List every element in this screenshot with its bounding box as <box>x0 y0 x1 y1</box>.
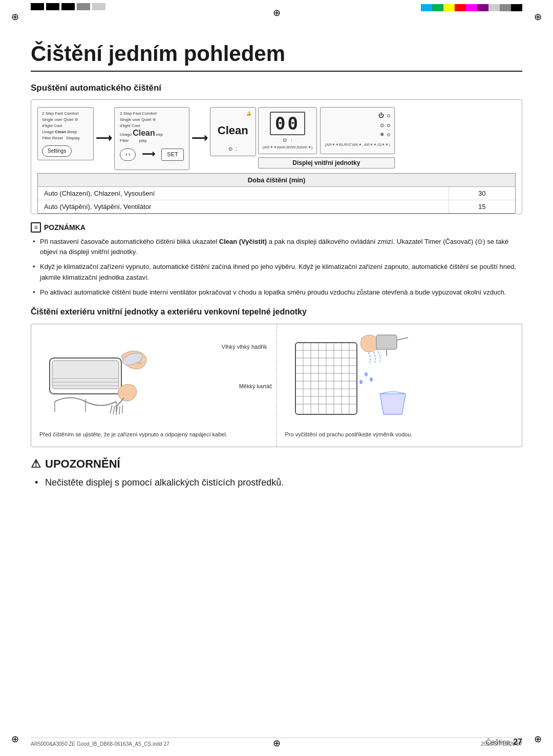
reg-mark-top-center: ⊕ <box>273 7 281 18</box>
cleaning-table-wrapper: Doba čištění (min) Auto (Chlazení), Chla… <box>37 173 516 214</box>
reg-mark-bottom-right: ⊕ <box>534 733 542 745</box>
panel3-clean: 🔔 Clean ⊙ : <box>210 107 256 156</box>
snowflake-row: ❄ <box>325 130 390 139</box>
reg-mark-bottom-left: ⊕ <box>11 733 19 745</box>
colon-display: : <box>291 137 292 143</box>
circle-icon: ⊙ <box>283 137 287 143</box>
reg-mark-top-right: ⊕ <box>534 11 542 23</box>
table-row2-mode: Auto (Vytápění), Vytápění, Ventilátor <box>38 200 449 213</box>
table-row-2: Auto (Vytápění), Vytápění, Ventilátor 15 <box>38 200 515 213</box>
timer-dot <box>387 124 390 127</box>
swatch-red <box>455 4 466 11</box>
power-icon: ⏻ <box>378 111 384 121</box>
panel1-line1: 2 Step Fast Comfort <box>42 111 89 117</box>
note-bullet-3: Po aktivaci automatické čištění bude int… <box>31 287 522 298</box>
left-arrow-btn[interactable]: ‹ › <box>120 149 136 160</box>
display-panels-row: 00 ⊙ : (AR✶✶AWK/BWK/MWK✶) ⏻ <box>258 107 395 154</box>
panel1-line4: Usage Clean Beep <box>42 129 89 135</box>
illus-right-caption: Pro vyčištění od prachu postříkejte výmě… <box>285 430 514 439</box>
illustration-area: Vlhký vlhký hadřík Měkký kartáč Před čiš… <box>31 324 522 448</box>
reg-mark-top-left: ⊕ <box>11 11 19 23</box>
swatch-lgray <box>488 4 500 11</box>
set-button[interactable]: SET <box>161 149 183 160</box>
digit-display: 00 <box>270 112 305 135</box>
note-bullet-2: Když je klimatizační zařízení vypnuto, a… <box>31 262 522 283</box>
note-icon: ≡ <box>31 222 41 233</box>
panel1-line2: Single user Quiet ⚙ <box>42 117 89 123</box>
swatch-green <box>432 4 443 11</box>
table-row2-time: 15 <box>449 200 515 213</box>
display-panel-awbwmwk: 00 ⊙ : (AR✶✶AWK/BWK/MWK✶) <box>258 107 317 154</box>
note-bullet-1: Při nastavení časovače automatického čiš… <box>31 237 522 258</box>
snowflake-icon: ❄ <box>380 130 384 139</box>
swatch-yellow <box>443 4 455 11</box>
display-icons: ⊙ : <box>263 137 313 143</box>
panel2-line2: Single user Quiet ⚙ <box>120 117 184 123</box>
note-section: ≡ POZNÁMKA Při nastavení časovače automa… <box>31 222 522 298</box>
note-header: ≡ POZNÁMKA <box>31 222 522 233</box>
illus-right: Pro vyčištění od prachu postříkejte výmě… <box>277 324 522 447</box>
right-arrow-icon: › <box>129 151 131 158</box>
panel2-line1: 2-Step Fast Comfort <box>120 111 184 117</box>
svg-line-6 <box>116 398 124 407</box>
arrow2-inner: ⟶ <box>140 148 157 161</box>
display-panels-group: 00 ⊙ : (AR✶✶AWK/BWK/MWK✶) ⏻ <box>258 107 395 169</box>
swatch-magenta <box>466 4 477 11</box>
panel3-wrap: 🔔 Clean ⊙ : <box>210 107 256 156</box>
colon-sep: : <box>236 145 237 153</box>
display-note1: (AR✶✶AWK/BWK/MWK✶) <box>263 145 313 150</box>
arrow-buttons-row: ‹ › ⟶ SET <box>120 148 184 161</box>
bottom-bar: AR5000&A3050 ZE Good_IB_DB68-06163A_A5_C… <box>31 738 522 747</box>
swatch-gray <box>500 4 511 11</box>
language-label: Čeština <box>486 738 510 746</box>
panel2-line4: Usago Clean eep <box>120 129 184 138</box>
bottom-bar-left: AR5000&A3050 ZE Good_IB_DB68-06163A_A5_C… <box>31 741 169 747</box>
warning-header: ⚠ UPOZORNĚNÍ <box>31 457 522 471</box>
label-cloth: Vlhký vlhký hadřík <box>222 344 267 350</box>
panel1-wrap: 2 Step Fast Comfort Single user Quiet ⚙ … <box>37 107 94 160</box>
swatch-black <box>511 4 522 11</box>
color-swatches <box>421 4 522 11</box>
main-content: Čištění jedním pohledem Spuštění automat… <box>31 20 522 730</box>
diagram-panels-row: 2 Step Fast Comfort Single user Quiet ⚙ … <box>37 107 516 170</box>
illus-left-caption: Před čištěním se ujistěte, že je zařízen… <box>39 430 268 439</box>
clean-label: Clean <box>218 119 248 143</box>
table-row1-mode: Auto (Chlazení), Chlazení, Vysoušení <box>38 186 449 200</box>
panel2-line5: Filter play <box>120 138 184 144</box>
warning-label: UPOZORNĚNÍ <box>45 457 120 471</box>
page-number-area: Čeština 27 <box>486 738 522 747</box>
power-dot <box>387 114 390 117</box>
panel2-remote: 2-Step Fast Comfort Single user Quiet ⚙ … <box>114 107 189 170</box>
swatch-purple <box>477 4 488 11</box>
section-exterior-heading: Čištění exteriéru vnitřní jednotky a ext… <box>31 307 522 317</box>
arrow3: ⟶ <box>189 132 210 145</box>
section-auto-clean-heading: Spuštění automatického čištění <box>31 83 522 93</box>
settings-button[interactable]: Settings <box>42 145 72 157</box>
svg-rect-23 <box>376 335 397 349</box>
panel1-line5: Filter Reset Display <box>42 135 89 141</box>
page-title: Čištění jedním pohledem <box>31 41 522 72</box>
illus-left-svg <box>39 332 173 425</box>
timer-row: ⊙ <box>325 121 390 130</box>
illus-left: Vlhký vlhký hadřík Měkký kartáč Před čiš… <box>31 324 277 447</box>
swatch-cyan <box>421 4 432 11</box>
bell-icon: 🔔 <box>246 111 251 116</box>
label-brush: Měkký kartáč <box>239 383 272 389</box>
warning-triangle-icon: ⚠ <box>31 457 41 471</box>
displej-label: Displej vnitřní jednotky <box>258 157 395 169</box>
cleaning-table: Doba čištění (min) Auto (Chlazení), Chla… <box>38 174 515 213</box>
print-marks-top-left <box>31 3 105 10</box>
table-row-1: Auto (Chlazení), Chlazení, Vysoušení 30 <box>38 186 515 200</box>
timer-row-icon: ⊙ <box>380 121 384 130</box>
panel1-remote: 2 Step Fast Comfort Single user Quiet ⚙ … <box>37 107 94 160</box>
page-number: 27 <box>513 738 522 747</box>
note-label: POZNÁMKA <box>44 223 86 232</box>
panel1-line3: d'light Cool <box>42 123 89 129</box>
panel2-wrap: 2-Step Fast Comfort Single user Quiet ⚙ … <box>114 107 189 170</box>
right-control-panel: ⏻ ⊙ ❄ (AR✶✶BUR/CWK✶, AR✶✶JS✶✶) <box>320 107 395 154</box>
illus-right-svg <box>285 332 418 425</box>
left-arrow-icon: ‹ <box>125 151 127 158</box>
table-row1-time: 30 <box>449 186 515 200</box>
warning-section: ⚠ UPOZORNĚNÍ Nečistěte displej s pomocí … <box>31 457 522 490</box>
arrow1: ⟶ <box>94 132 114 145</box>
